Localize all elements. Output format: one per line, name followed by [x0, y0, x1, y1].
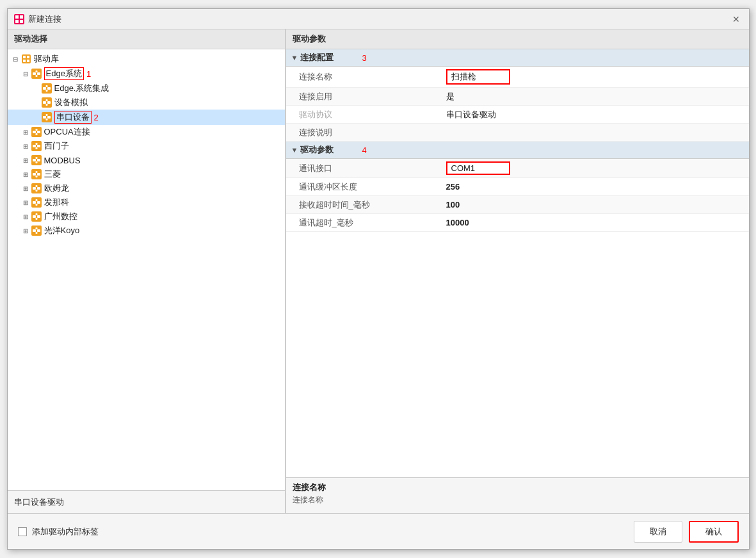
svg-rect-3: [20, 20, 23, 23]
tree-item-edge-sim[interactable]: 设备模拟: [8, 95, 285, 110]
left-panel: 驱动选择 ⊟驱动库⊟Edge系统1Edge.系统集成设备模拟串口设备2⊞OPCU…: [8, 29, 286, 513]
svg-rect-12: [35, 70, 37, 72]
dialog-title: 新建连接: [28, 13, 61, 25]
node-icon-edge: [31, 68, 42, 79]
param-label-driver-1: 通讯缓冲区长度: [286, 181, 440, 193]
tree-item-omron[interactable]: ⊞欧姆龙: [8, 181, 285, 195]
svg-rect-2: [15, 20, 19, 23]
tree-item-edge-sys[interactable]: Edge.系统集成: [8, 81, 285, 95]
add-tags-label: 添加驱动内部标签: [32, 526, 99, 537]
section-title-driver: 驱动参数: [300, 144, 334, 156]
add-tags-checkbox[interactable]: [18, 527, 27, 536]
tree-item-modbus[interactable]: ⊞MODBUS: [8, 153, 285, 167]
tree-item-fanuc[interactable]: ⊞发那科: [8, 195, 285, 209]
params-area: ▼连接配置3连接名称扫描枪连接启用是驱动协议串口设备驱动连接说明▼驱动参数4通讯…: [286, 49, 749, 477]
tree-item-opcua[interactable]: ⊞OPCUA连接: [8, 125, 285, 139]
tree-item-mitsubishi[interactable]: ⊞三菱: [8, 167, 285, 181]
param-label-driver-2: 接收超时时间_毫秒: [286, 199, 440, 211]
svg-rect-41: [37, 159, 40, 161]
svg-rect-28: [45, 119, 47, 120]
section-annotation-driver: 4: [362, 145, 366, 155]
svg-rect-40: [33, 159, 36, 161]
svg-rect-62: [35, 213, 37, 215]
node-icon-siemens: [31, 140, 42, 152]
svg-rect-42: [35, 157, 37, 159]
expand-icon-koyo[interactable]: ⊞: [20, 226, 31, 236]
param-value-driver-0[interactable]: COM1: [440, 161, 749, 175]
tree-area: ⊟驱动库⊟Edge系统1Edge.系统集成设备模拟串口设备2⊞OPCUA连接⊞西…: [8, 49, 285, 490]
param-value-driver-1: 256: [440, 182, 749, 192]
section-header-connection[interactable]: ▼连接配置3: [286, 49, 749, 67]
svg-rect-6: [27, 56, 29, 58]
param-value-connection-0[interactable]: 扫描枪: [440, 69, 749, 85]
param-row-connection-3: 连接说明: [286, 124, 749, 142]
svg-rect-65: [33, 229, 36, 232]
svg-rect-56: [37, 201, 40, 204]
tree-item-edge[interactable]: ⊟Edge系统1: [8, 66, 285, 81]
section-title-connection: 连接配置: [300, 52, 334, 63]
svg-rect-60: [33, 215, 36, 218]
tree-label-edge: Edge系统: [44, 67, 84, 80]
tree-label-fanuc: 发那科: [44, 197, 69, 208]
node-icon-mitsubishi: [31, 168, 42, 180]
svg-rect-46: [37, 173, 40, 176]
param-value-connection-1: 是: [440, 91, 749, 103]
title-bar: 新建连接 ✕: [8, 9, 749, 29]
section-toggle-connection[interactable]: ▼: [291, 54, 298, 62]
param-row-driver-1: 通讯缓冲区长度256: [286, 178, 749, 196]
tree-label-mitsubishi: 三菱: [44, 168, 61, 180]
tree-label-siemens: 西门子: [44, 140, 69, 152]
param-row-connection-2: 驱动协议串口设备驱动: [286, 106, 749, 124]
svg-rect-52: [35, 185, 37, 187]
expand-icon-omron[interactable]: ⊞: [20, 183, 31, 193]
svg-rect-61: [37, 215, 40, 218]
svg-rect-13: [35, 75, 37, 77]
tree-label-omron: 欧姆龙: [44, 183, 69, 194]
right-panel-header: 驱动参数: [286, 29, 749, 49]
tree-label-edge-sim: 设备模拟: [54, 97, 88, 108]
param-value-driver-3: 10000: [440, 218, 749, 227]
tree-label-root: 驱动库: [34, 53, 59, 65]
svg-rect-66: [37, 229, 40, 232]
svg-rect-50: [33, 187, 36, 190]
expand-icon-siemens[interactable]: ⊞: [20, 141, 31, 151]
node-icon-serial: [41, 111, 52, 123]
node-icon-edge-sys: [41, 83, 52, 94]
tree-item-serial[interactable]: 串口设备2: [8, 110, 285, 125]
tree-item-gsk[interactable]: ⊞广州数控: [8, 209, 285, 224]
tree-item-siemens[interactable]: ⊞西门子: [8, 139, 285, 153]
expand-icon-modbus[interactable]: ⊞: [20, 155, 31, 165]
cancel-button[interactable]: 取消: [634, 521, 682, 543]
expand-icon-fanuc[interactable]: ⊞: [20, 197, 31, 208]
expand-icon-mitsubishi[interactable]: ⊞: [20, 169, 31, 179]
new-connection-dialog: 新建连接 ✕ 驱动选择 ⊟驱动库⊟Edge系统1Edge.系统集成设备模拟串口设…: [7, 8, 750, 550]
annotation-serial: 2: [94, 113, 99, 122]
svg-rect-55: [33, 201, 36, 204]
section-toggle-driver[interactable]: ▼: [291, 146, 298, 154]
param-label-connection-1: 连接启用: [286, 91, 440, 103]
expand-icon-edge-sim[interactable]: [31, 97, 41, 108]
expand-icon-root[interactable]: ⊟: [10, 54, 20, 64]
section-header-driver[interactable]: ▼驱动参数4: [286, 142, 749, 159]
svg-rect-53: [35, 190, 37, 192]
footer: 添加驱动内部标签 取消 确认: [8, 513, 749, 549]
node-icon-opcua: [31, 126, 42, 138]
svg-rect-15: [43, 87, 46, 90]
title-bar-left: 新建连接: [14, 13, 61, 25]
expand-icon-edge-sys[interactable]: [31, 83, 41, 94]
param-row-connection-0: 连接名称扫描枪: [286, 67, 749, 88]
tree-label-serial: 串口设备: [54, 111, 92, 124]
expand-icon-gsk[interactable]: ⊞: [20, 211, 31, 222]
confirm-button[interactable]: 确认: [689, 521, 739, 543]
param-row-driver-2: 接收超时时间_毫秒100: [286, 196, 749, 214]
tree-item-koyo[interactable]: ⊞光洋Koyo: [8, 224, 285, 238]
svg-rect-18: [45, 90, 47, 92]
expand-icon-serial[interactable]: [31, 112, 41, 122]
close-button[interactable]: ✕: [730, 13, 743, 26]
tree-item-root[interactable]: ⊟驱动库: [8, 52, 285, 66]
expand-icon-edge[interactable]: ⊟: [20, 69, 31, 79]
svg-rect-38: [35, 147, 37, 149]
expand-icon-opcua[interactable]: ⊞: [20, 127, 31, 137]
node-icon-root: [20, 53, 32, 65]
svg-rect-31: [37, 131, 40, 133]
